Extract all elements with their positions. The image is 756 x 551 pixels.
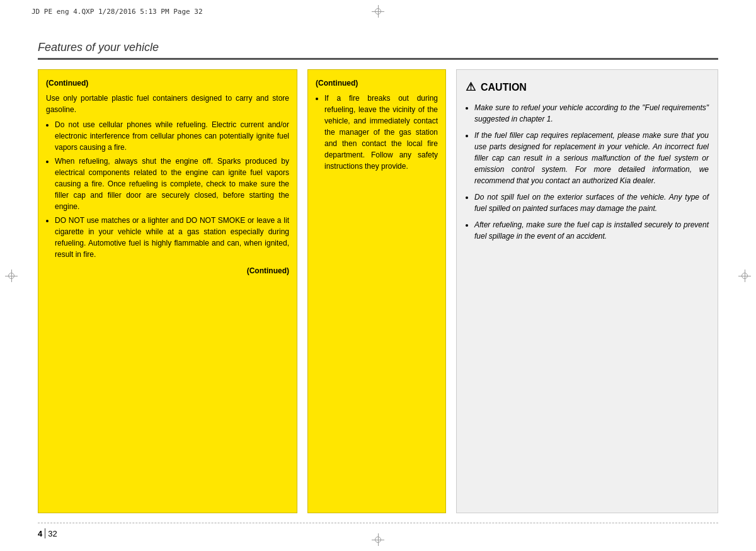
page-title: Features of your vehicle	[38, 41, 718, 54]
main-content: (Continued) Use only portable plastic fu…	[38, 69, 718, 513]
caution-list: Make sure to refuel your vehicle accordi…	[466, 102, 709, 242]
footer-pagination: 4 32	[38, 528, 718, 538]
caution-item-4: After refueling, make sure the fuel cap …	[474, 219, 709, 242]
left-box-item-2: When refueling, always shut the engine o…	[55, 156, 289, 212]
page-divider	[45, 528, 45, 538]
left-box-title: (Continued)	[46, 77, 289, 89]
middle-box-list: If a fire breaks out during refueling, l…	[316, 93, 438, 172]
middle-warning-box: (Continued) If a fire breaks out during …	[307, 69, 446, 513]
caution-triangle-icon: ⚠	[466, 79, 476, 96]
left-box-item-3: DO NOT use matches or a lighter and DO N…	[55, 215, 289, 260]
caution-box: ⚠ CAUTION Make sure to refuel your vehic…	[456, 69, 718, 513]
left-warning-box: (Continued) Use only portable plastic fu…	[38, 69, 297, 513]
left-box-footer: (Continued)	[46, 265, 289, 276]
middle-box-title: (Continued)	[316, 77, 438, 89]
left-box-intro: Use only portable plastic fuel container…	[46, 93, 289, 115]
caution-title-text: CAUTION	[481, 80, 527, 95]
metadata-text: JD PE eng 4.QXP 1/28/2016 5:13 PM Page 3…	[32, 8, 203, 16]
middle-box-item-1: If a fire breaks out during refueling, l…	[324, 93, 438, 172]
caution-item-2: If the fuel filler cap requires replacem…	[474, 130, 709, 186]
crosshair-left	[5, 270, 18, 282]
left-box-item-1: Do not use cellular phones while refueli…	[55, 119, 289, 153]
caution-item-3: Do not spill fuel on the exterior surfac…	[474, 191, 709, 214]
metadata-bar: JD PE eng 4.QXP 1/28/2016 5:13 PM Page 3…	[32, 8, 724, 16]
section-number: 4	[38, 529, 42, 538]
page-title-underline	[38, 58, 718, 60]
left-box-list: Do not use cellular phones while refueli…	[46, 119, 289, 260]
crosshair-right	[738, 270, 751, 282]
caution-item-1: Make sure to refuel your vehicle accordi…	[474, 102, 709, 125]
page-header: Features of your vehicle	[38, 41, 718, 60]
footer-line	[38, 523, 718, 523]
footer: 4 32	[38, 523, 718, 538]
page-number: 32	[48, 529, 57, 538]
caution-title: ⚠ CAUTION	[466, 79, 709, 96]
